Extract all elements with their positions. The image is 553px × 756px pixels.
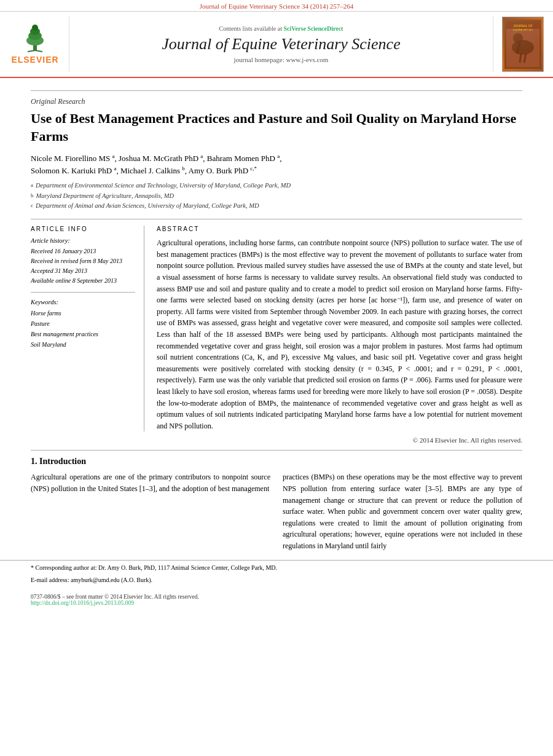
footer-doi[interactable]: http://dx.doi.org/10.1016/j.jevs.2013.05… — [31, 600, 134, 606]
abstract-text: Agricultural operations, including horse… — [157, 237, 522, 431]
sciverse-line: Contents lists available at SciVerse Sci… — [219, 25, 343, 32]
introduction-section: 1. Introduction Agricultural operations … — [0, 457, 553, 551]
keyword-1: Horse farms — [31, 308, 135, 318]
svg-line-2 — [35, 50, 42, 52]
svg-rect-7 — [504, 20, 541, 69]
affiliations: aDepartment of Environmental Science and… — [31, 181, 522, 211]
history-online: Available online 8 September 2013 — [31, 276, 135, 286]
svg-point-9 — [512, 40, 534, 55]
footer-issn: 0737-0806/$ – see front matter © 2014 El… — [31, 594, 199, 606]
keywords-label: Keywords: — [31, 299, 135, 305]
svg-text:JOURNAL OF: JOURNAL OF — [513, 24, 532, 28]
article-info-abstract: ARTICLE INFO Article history: Received 1… — [0, 226, 553, 431]
intro-heading: 1. Introduction — [31, 457, 522, 467]
intro-col-right: practices (BMPs) on these operations may… — [283, 471, 522, 551]
svg-line-1 — [28, 50, 35, 52]
svg-line-13 — [520, 53, 521, 63]
intro-text-right: practices (BMPs) on these operations may… — [283, 471, 522, 551]
keyword-2: Pasture — [31, 318, 135, 329]
journal-cover: JOURNAL OF EQUINE VET SCI — [500, 17, 546, 72]
journal-homepage: journal homepage: www.j-evs.com — [234, 56, 329, 63]
sciverse-link[interactable]: SciVerse ScienceDirect — [284, 25, 343, 32]
svg-line-11 — [517, 43, 520, 53]
intro-col-left: Agricultural operations are one of the p… — [31, 471, 270, 551]
copyright: © 2014 Elsevier Inc. All rights reserved… — [0, 436, 553, 444]
journal-header: ELSEVIER Contents lists available at Sci… — [0, 12, 553, 78]
publisher-logo: ELSEVIER — [7, 17, 63, 72]
history-revised: Received in revised form 8 May 2013 — [31, 256, 135, 266]
history-label: Article history: — [31, 237, 135, 244]
footnote-corresponding: * Corresponding author at: Dr. Amy O. Bu… — [31, 563, 522, 573]
journal-title-section: Contents lists available at SciVerse Sci… — [69, 17, 493, 72]
svg-text:EQUINE VET SCI: EQUINE VET SCI — [513, 28, 533, 31]
abstract-column: ABSTRACT Agricultural operations, includ… — [157, 226, 522, 431]
page-footer: 0737-0806/$ – see front matter © 2014 El… — [0, 590, 553, 608]
svg-rect-8 — [506, 22, 539, 67]
intro-two-col: Agricultural operations are one of the p… — [31, 471, 522, 551]
article-header: Original Research Use of Best Management… — [0, 78, 553, 219]
keyword-4: Soil Maryland — [31, 339, 135, 350]
journal-title: Journal of Equine Veterinary Science — [162, 34, 400, 53]
elsevier-label: ELSEVIER — [11, 55, 58, 65]
svg-line-12 — [524, 53, 526, 63]
abstract-header: ABSTRACT — [157, 226, 522, 232]
footnotes: * Corresponding author at: Dr. Amy O. Bu… — [0, 560, 553, 585]
history-received: Received 16 January 2013 — [31, 246, 135, 256]
history-accepted: Accepted 31 May 2013 — [31, 266, 135, 276]
article-category: Original Research — [31, 97, 522, 106]
article-info-header: ARTICLE INFO — [31, 226, 135, 232]
footnote-email: E-mail address: amyburk@umd.edu (A.O. Bu… — [31, 575, 522, 585]
article-info-column: ARTICLE INFO Article history: Received 1… — [31, 226, 144, 431]
svg-point-10 — [513, 33, 523, 43]
journal-citation: Journal of Equine Veterinary Science 34 … — [0, 0, 553, 12]
author-list: Nicole M. Fiorellino MS a, Joshua M. McG… — [31, 152, 522, 177]
article-title: Use of Best Management Practices and Pas… — [31, 110, 522, 145]
keywords-section: Keywords: Horse farms Pasture Best manag… — [31, 299, 135, 350]
svg-point-6 — [32, 25, 38, 31]
svg-rect-14 — [506, 22, 539, 29]
keyword-3: Best management practices — [31, 329, 135, 339]
intro-text-left: Agricultural operations are one of the p… — [31, 471, 270, 494]
